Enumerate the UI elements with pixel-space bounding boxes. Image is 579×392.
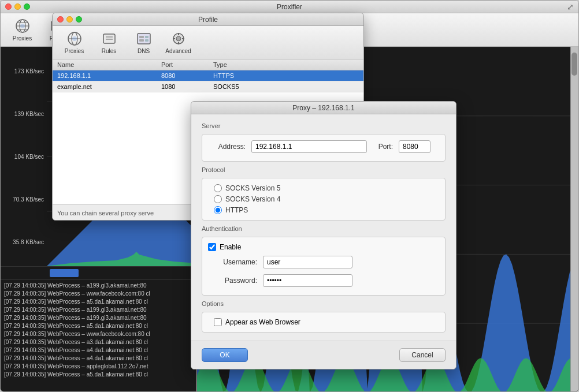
dialog-footer: OK Cancel — [191, 341, 456, 369]
graph-label-3: 70.3 KB/sec — [3, 196, 44, 203]
socks4-radio[interactable] — [214, 195, 222, 203]
username-label: Username: — [214, 258, 257, 266]
profile-title-bar: Profile — [53, 13, 363, 26]
proxy-dialog: Proxy – 192.168.1.1 Server Address: Port… — [191, 101, 456, 369]
profile-minimize-button[interactable] — [66, 16, 73, 23]
cancel-button[interactable]: Cancel — [399, 348, 446, 362]
row-0-name: 192.168.1.1 — [57, 72, 161, 79]
auth-enable-row: Enable — [208, 243, 439, 251]
log-line-4: [07.29 14:00:35] WebProcess – a199.gi3.a… — [4, 314, 193, 322]
log-line-2: [07.29 14:00:35] WebProcess – a5.da1.aka… — [4, 298, 193, 306]
server-row: Address: Port: — [208, 140, 439, 153]
ok-button[interactable]: OK — [202, 348, 248, 362]
profile-proxies-label: Proxies — [65, 48, 84, 54]
row-1-name: example.net — [57, 83, 161, 90]
row-1-type: SOCKS5 — [213, 83, 359, 90]
resize-icon[interactable]: ⤢ — [567, 2, 574, 12]
col-header-type: Type — [213, 61, 359, 68]
password-label: Password: — [214, 277, 257, 285]
appear-as-browser-checkbox[interactable] — [214, 318, 222, 326]
proxy-body: Server Address: Port: Protocol SOCKS Ver… — [191, 114, 456, 341]
svg-point-5 — [20, 24, 25, 28]
profile-advanced-label: Advanced — [165, 48, 191, 54]
blue-indicator — [50, 269, 79, 277]
profile-dns-button[interactable]: DNS — [128, 28, 159, 57]
address-label: Address: — [208, 143, 246, 151]
auth-fields: Username: Password: — [208, 256, 439, 289]
profile-proxies-button[interactable]: Proxies — [58, 28, 90, 57]
svg-rect-19 — [139, 39, 144, 42]
log-line-10: [07.29 14:00:35] WebProcess – applegloba… — [4, 363, 193, 371]
protocol-radio-group: SOCKS Version 5 SOCKS Version 4 HTTPS — [208, 184, 439, 214]
close-button[interactable] — [5, 3, 12, 10]
svg-rect-21 — [145, 39, 149, 42]
minimize-button[interactable] — [14, 3, 21, 10]
proxy-title: Proxy – 192.168.1.1 — [292, 104, 354, 112]
col-header-port: Port — [161, 61, 213, 68]
svg-rect-14 — [103, 34, 115, 43]
appear-as-browser-row: Appear as Web Browser — [208, 318, 439, 326]
scrollbar-track[interactable] — [570, 47, 578, 392]
log-line-8: [07.29 14:00:35] WebProcess – a4.da1.aka… — [4, 346, 193, 354]
table-row-0[interactable]: 192.168.1.1 8080 HTTPS — [53, 70, 363, 81]
proxies-button[interactable]: Proxies — [6, 16, 38, 44]
graph-label-0: 173 KB/sec — [3, 68, 44, 74]
log-line-3: [07.29 14:00:35] WebProcess – a199.gi3.a… — [4, 306, 193, 314]
graph-label-1: 139 KB/sec — [3, 111, 44, 117]
row-0-type: HTTPS — [213, 72, 359, 79]
port-input[interactable] — [399, 140, 430, 153]
profile-title: Profile — [198, 16, 218, 24]
main-title: Proxifier — [277, 3, 302, 11]
maximize-button[interactable] — [24, 3, 30, 10]
proxy-title-bar: Proxy – 192.168.1.1 — [191, 102, 456, 114]
address-input[interactable] — [251, 140, 367, 153]
port-label: Port: — [373, 143, 393, 151]
row-0-port: 8080 — [161, 72, 213, 79]
https-radio[interactable] — [214, 206, 222, 214]
graph-label-2: 104 KB/sec — [3, 154, 44, 160]
log-line-9: [07.29 14:00:35] WebProcess – a4.da1.aka… — [4, 354, 193, 363]
graph-labels: 173 KB/sec 139 KB/sec 104 KB/sec 70.3 KB… — [1, 47, 47, 266]
profile-dns-icon — [136, 31, 152, 47]
profile-rules-label: Rules — [102, 48, 117, 54]
profile-rules-button[interactable]: Rules — [93, 28, 125, 57]
https-radio-item[interactable]: HTTPS — [214, 206, 439, 214]
username-input[interactable] — [263, 256, 352, 268]
svg-point-23 — [176, 36, 181, 41]
socks5-radio[interactable] — [214, 184, 222, 192]
profile-advanced-icon — [170, 31, 187, 47]
password-input[interactable] — [263, 274, 352, 287]
svg-rect-18 — [139, 36, 144, 38]
log-area: [07.29 14:00:35] WebProcess – a199.gi3.a… — [1, 279, 196, 392]
scrollbar-thumb[interactable] — [571, 53, 577, 76]
log-line-0: [07.29 14:00:35] WebProcess – a199.gi3.a… — [4, 282, 193, 290]
profile-advanced-button[interactable]: Advanced — [162, 28, 194, 57]
table-header: Name Port Type — [53, 59, 363, 70]
profile-close-button[interactable] — [57, 16, 64, 23]
svg-rect-20 — [145, 36, 149, 38]
options-section-label: Options — [202, 300, 446, 307]
protocol-section-label: Protocol — [202, 166, 446, 173]
username-row: Username: — [214, 256, 439, 268]
log-line-6: [07.29 14:00:35] WebProcess – www.facebo… — [4, 330, 193, 338]
profile-traffic-lights — [57, 16, 82, 23]
auth-enable-checkbox[interactable] — [208, 243, 216, 251]
table-row-1[interactable]: example.net 1080 SOCKS5 — [53, 81, 363, 92]
proxies-icon — [14, 18, 31, 34]
log-line-11: [07.29 14:00:35] WebProcess – a5.da1.aka… — [4, 371, 193, 379]
main-title-bar: Proxifier ⤢ — [1, 1, 578, 13]
auth-section-label: Authentication — [202, 225, 446, 232]
profile-proxies-icon — [66, 31, 83, 47]
socks4-radio-item[interactable]: SOCKS Version 4 — [214, 195, 439, 203]
socks5-radio-item[interactable]: SOCKS Version 5 — [214, 184, 439, 192]
profile-dns-label: DNS — [138, 48, 150, 54]
row-1-port: 1080 — [161, 83, 213, 90]
https-label: HTTPS — [225, 206, 248, 214]
profile-maximize-button[interactable] — [76, 16, 82, 23]
log-line-1: [07.29 14:00:35] WebProcess – www.facebo… — [4, 290, 193, 298]
appear-as-browser-label: Appear as Web Browser — [225, 318, 300, 326]
profile-toolbar: Proxies Rules DNS — [53, 26, 363, 59]
main-traffic-lights — [5, 3, 30, 10]
graph-label-4: 35.8 KB/sec — [3, 239, 44, 245]
profile-rules-icon — [101, 31, 117, 47]
